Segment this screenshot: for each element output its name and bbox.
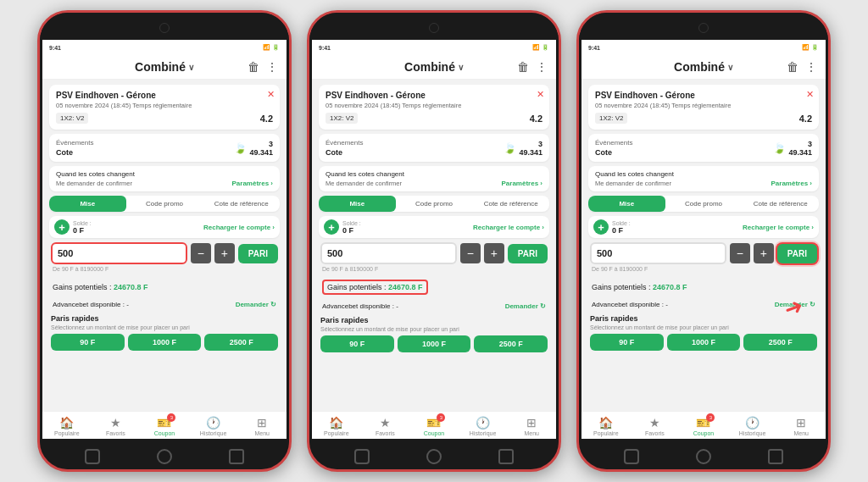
pari-button[interactable]: PARI — [238, 244, 278, 263]
nav-item-historique[interactable]: 🕐 Historique — [189, 416, 238, 436]
events-label: Événements — [326, 139, 363, 147]
advance-row: Advancebet disponible : - Demander ↻ — [49, 299, 280, 310]
demander-link[interactable]: Demander ↻ — [236, 301, 276, 308]
recharge-link[interactable]: Recharger le compte › — [473, 224, 544, 231]
header-icons: 🗑 ⋮ — [517, 60, 548, 74]
nav-item-populaire[interactable]: 🏠 Populaire — [581, 416, 631, 436]
close-match-button[interactable]: ✕ — [537, 89, 544, 100]
events-label: Événements — [56, 139, 93, 147]
nav-item-coupon[interactable]: 🎫 3 Coupon — [409, 416, 459, 436]
quick-bet-90[interactable]: 90 F — [51, 334, 125, 351]
nav-item-menu[interactable]: ⊞ Menu — [507, 416, 556, 436]
add-funds-button[interactable]: + — [593, 219, 609, 235]
recents-gesture — [768, 449, 783, 464]
match-card: PSV Eindhoven - Gérone 05 novembre 2024 … — [588, 85, 819, 130]
cote-label: Cote — [326, 148, 363, 157]
params-link[interactable]: Paramètres › — [771, 180, 812, 187]
quick-bet-1000[interactable]: 1000 F — [667, 334, 741, 351]
quick-bet-2500[interactable]: 2500 F — [204, 334, 278, 351]
camera-dot — [429, 23, 439, 33]
params-link[interactable]: Paramètres › — [502, 180, 542, 187]
chevron-down-icon: ∨ — [188, 63, 194, 72]
pari-button[interactable]: PARI — [777, 244, 817, 263]
nav-label-populaire: Populaire — [54, 430, 80, 436]
demander-link[interactable]: Demander ↻ — [505, 302, 546, 310]
phone-gesture-bar — [40, 449, 289, 464]
quick-bet-90[interactable]: 90 F — [590, 334, 664, 351]
tab-code-promo[interactable]: Code promo — [396, 196, 473, 212]
recharge-link[interactable]: Recharger le compte › — [203, 224, 275, 231]
status-time: 9:41 — [49, 45, 61, 51]
bet-amount-input[interactable] — [320, 242, 457, 264]
trash-icon[interactable]: 🗑 — [787, 60, 798, 74]
bet-amount-input[interactable] — [51, 242, 187, 264]
quick-bet-90[interactable]: 90 F — [320, 335, 394, 352]
nav-item-historique[interactable]: 🕐 Historique — [459, 416, 508, 436]
top-nav: Combiné ∨ 🗑 ⋮ — [312, 55, 556, 80]
quick-bet-1000[interactable]: 1000 F — [128, 334, 202, 351]
tab-selector: Mise Code promo Cote de référence — [49, 196, 280, 212]
gains-text: Gains potentiels : 24670.8 F — [592, 283, 687, 291]
match-bet-row: 1X2: V2 4.2 — [595, 113, 812, 124]
events-label: Événements — [595, 139, 632, 147]
increase-bet-button[interactable]: + — [484, 243, 504, 263]
add-funds-button[interactable]: + — [54, 219, 70, 235]
nav-item-menu[interactable]: ⊞ Menu — [776, 416, 826, 436]
trash-icon[interactable]: 🗑 — [517, 60, 529, 74]
gains-row: Gains potentiels : 24670.8 F — [588, 276, 819, 295]
decrease-bet-button[interactable]: − — [191, 243, 211, 263]
nav-label-coupon: Coupon — [154, 430, 175, 436]
increase-bet-button[interactable]: + — [214, 243, 235, 263]
header-icons: 🗑 ⋮ — [248, 60, 278, 74]
quick-bet-2500[interactable]: 2500 F — [474, 335, 548, 352]
bet-amount-input[interactable] — [590, 242, 726, 264]
quick-bet-2500[interactable]: 2500 F — [743, 334, 817, 351]
balance-label: Solde : — [342, 220, 361, 226]
nav-item-coupon[interactable]: 🎫 3 Coupon — [679, 416, 728, 436]
tab-mise[interactable]: Mise — [588, 196, 665, 212]
close-match-button[interactable]: ✕ — [267, 89, 275, 100]
decrease-bet-button[interactable]: − — [460, 243, 481, 263]
status-time: 9:41 — [588, 45, 600, 51]
tab-cote-reference[interactable]: Cote de référence — [742, 196, 819, 212]
nav-badge-coupon: 3 — [437, 413, 445, 422]
balance-label: Solde : — [612, 220, 631, 226]
nav-item-historique[interactable]: 🕐 Historique — [728, 416, 777, 436]
nav-item-menu[interactable]: ⊞ Menu — [237, 416, 287, 436]
nav-item-favoris[interactable]: ★ Favoris — [631, 416, 680, 436]
params-link[interactable]: Paramètres › — [232, 180, 273, 187]
settings-row: Quand les cotes changent Me demander de … — [319, 166, 549, 191]
tab-cote-reference[interactable]: Cote de référence — [472, 196, 549, 212]
status-icons: 📶 🔋 — [532, 44, 549, 51]
tab-code-promo[interactable]: Code promo — [665, 196, 743, 212]
match-subtitle: 05 novembre 2024 (18:45) Temps réglement… — [56, 102, 273, 109]
close-match-button[interactable]: ✕ — [806, 89, 814, 100]
pari-button[interactable]: PARI — [508, 244, 548, 263]
tab-code-promo[interactable]: Code promo — [126, 196, 203, 212]
tab-mise[interactable]: Mise — [319, 196, 396, 212]
add-funds-button[interactable]: + — [324, 219, 339, 235]
nav-item-populaire[interactable]: 🏠 Populaire — [42, 416, 92, 436]
paris-rapides: Paris rapides Sélectionnez un montant de… — [319, 316, 549, 352]
tab-mise[interactable]: Mise — [49, 196, 126, 212]
recharge-link[interactable]: Recharger le compte › — [743, 224, 814, 231]
more-icon[interactable]: ⋮ — [805, 60, 817, 74]
cote-label: Cote — [595, 148, 632, 157]
quick-bet-1000[interactable]: 1000 F — [398, 335, 471, 352]
settings-bottom: Me demander de confirmer Paramètres › — [595, 180, 812, 187]
increase-bet-button[interactable]: + — [754, 243, 774, 263]
more-icon[interactable]: ⋮ — [536, 60, 548, 74]
stats-right: 🍃 3 49.341 — [234, 140, 273, 157]
tab-cote-reference[interactable]: Cote de référence — [203, 196, 280, 212]
decrease-bet-button[interactable]: − — [730, 243, 750, 263]
content-area: PSV Eindhoven - Gérone 05 novembre 2024 … — [42, 80, 287, 411]
more-icon[interactable]: ⋮ — [266, 60, 278, 74]
nav-item-coupon[interactable]: 🎫 3 Coupon — [140, 416, 189, 436]
phone-top-area — [309, 16, 559, 40]
nav-item-favoris[interactable]: ★ Favoris — [92, 416, 141, 436]
nav-item-favoris[interactable]: ★ Favoris — [361, 416, 410, 436]
trash-icon[interactable]: 🗑 — [248, 60, 259, 74]
balance-info: Solde : 0 F — [612, 220, 631, 235]
nav-item-populaire[interactable]: 🏠 Populaire — [312, 416, 361, 436]
nav-icon-historique: 🕐 — [206, 416, 220, 429]
